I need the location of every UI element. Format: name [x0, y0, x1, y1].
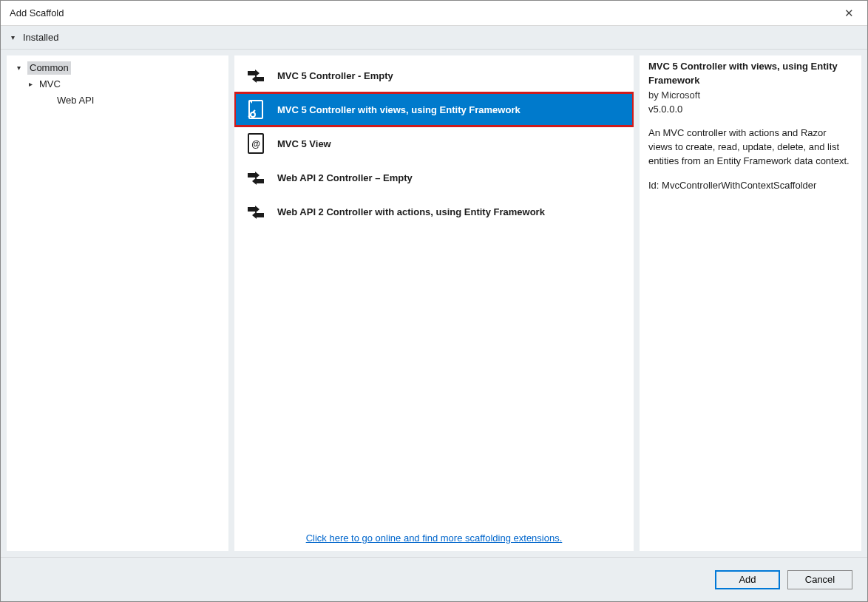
controller-icon: [245, 200, 267, 223]
template-item[interactable]: Web API 2 Controller with actions, using…: [234, 195, 634, 229]
svg-marker-15: [252, 212, 257, 219]
tree-item-label: Common: [27, 61, 71, 75]
details-version: v5.0.0.0: [648, 103, 852, 117]
details-id: Id: MvcControllerWithContextScaffolder: [648, 179, 852, 193]
svg-rect-14: [257, 213, 264, 217]
title-bar: Add Scaffold ✕: [1, 1, 867, 26]
template-item-label: MVC 5 Controller - Empty: [277, 70, 393, 81]
template-item-label: MVC 5 Controller with views, using Entit…: [277, 104, 521, 115]
svg-marker-1: [255, 70, 260, 77]
details-description: An MVC controller with actions and Razor…: [648, 126, 852, 169]
add-button[interactable]: Add: [715, 570, 780, 589]
template-item-label: Web API 2 Controller with actions, using…: [277, 206, 545, 217]
cancel-button[interactable]: Cancel: [787, 570, 852, 589]
tree-header-label: Installed: [23, 32, 58, 43]
tree-item-mvc[interactable]: ▸MVC: [7, 76, 228, 92]
controller-icon: [245, 64, 267, 87]
controller-views-icon: [245, 98, 267, 121]
svg-marker-3: [252, 75, 257, 83]
template-list: MVC 5 Controller - Empty MVC 5 Controlle…: [234, 55, 634, 525]
svg-rect-2: [257, 77, 264, 81]
svg-marker-9: [255, 172, 260, 179]
window-title: Add Scaffold: [10, 7, 64, 18]
template-item-label: MVC 5 View: [277, 138, 331, 149]
extensions-link[interactable]: Click here to go online and find more sc…: [306, 532, 563, 544]
sidebar-tree: ▾Common▸MVCWeb API: [7, 55, 228, 551]
details-panel: MVC 5 Controller with views, using Entit…: [640, 55, 861, 551]
template-item[interactable]: Web API 2 Controller – Empty: [234, 160, 634, 195]
chevron-right-icon: ▸: [29, 78, 38, 91]
svg-rect-0: [248, 71, 255, 75]
dialog-footer: Add Cancel: [1, 557, 867, 601]
tree-item-web-api[interactable]: Web API: [7, 92, 228, 109]
tree-item-label: MVC: [39, 78, 61, 91]
template-item[interactable]: MVC 5 Controller - Empty: [234, 58, 634, 92]
controller-icon: [245, 166, 267, 189]
chevron-down-icon: ▾: [11, 33, 20, 41]
svg-marker-11: [252, 177, 257, 185]
template-list-panel: MVC 5 Controller - Empty MVC 5 Controlle…: [234, 55, 634, 551]
svg-rect-12: [248, 207, 255, 212]
tree-item-label: Web API: [57, 94, 94, 107]
view-icon: @: [245, 132, 267, 155]
template-item[interactable]: @ MVC 5 View: [234, 126, 634, 160]
svg-marker-13: [255, 206, 260, 213]
details-title: MVC 5 Controller with views, using Entit…: [648, 60, 852, 88]
extensions-link-row: Click here to go online and find more sc…: [234, 525, 634, 551]
tree-header[interactable]: ▾ Installed: [1, 26, 867, 50]
content-area: ▾Common▸MVCWeb API MVC 5 Controller - Em…: [1, 50, 867, 557]
template-item[interactable]: MVC 5 Controller with views, using Entit…: [234, 92, 634, 126]
svg-rect-8: [248, 173, 255, 177]
svg-rect-10: [257, 179, 264, 183]
close-icon[interactable]: ✕: [838, 5, 860, 21]
chevron-down-icon: ▾: [17, 61, 26, 75]
svg-text:@: @: [251, 139, 260, 149]
details-author: by Microsoft: [648, 89, 852, 103]
tree-item-common[interactable]: ▾Common: [7, 60, 228, 76]
template-item-label: Web API 2 Controller – Empty: [277, 172, 413, 183]
